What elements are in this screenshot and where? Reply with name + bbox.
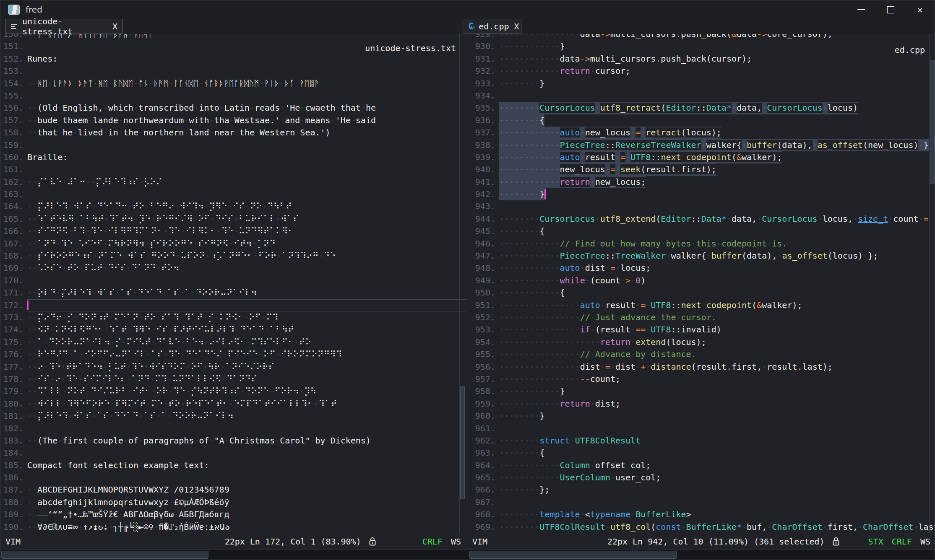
- line-number: 941.: [467, 176, 499, 188]
- close-icon: ✕: [917, 5, 922, 15]
- line-number: 961.: [467, 423, 499, 435]
- code-line-955: 955.················//·Advance·by·distan…: [467, 348, 935, 360]
- line-text: ········CursorLocus·utf8_extend(Editor::…: [499, 213, 929, 225]
- vertical-scrollbar-right[interactable]: [929, 34, 935, 533]
- code-line-170: 170.: [0, 275, 466, 287]
- line-number: 169.: [0, 262, 27, 274]
- line-text: ············auto·new_locus·=·retract(loc…: [499, 127, 721, 139]
- lock-button[interactable]: [368, 537, 377, 547]
- horizontal-scrollbar-thumb-right[interactable]: [469, 551, 677, 559]
- line-number: 189.: [0, 508, 27, 521]
- line-text: ············new_locus·=·seek(result.firs…: [499, 163, 716, 176]
- line-number: 932.: [467, 65, 499, 77]
- code-line-157: 157.··bude·thaem·lande·northweardum·with…: [0, 114, 466, 127]
- code-line-177: 177.··⠔·⠹⠑·⠞⠗⠁⠙⠑⠲·⡃⠥⠞·⠹⠑·⠺⠊⠎⠙⠕⠍·⠕⠋·⠳⠗·⠁⠝…: [0, 361, 466, 373]
- code-line-944: 944.········CursorLocus·utf8_extend(Edit…: [467, 213, 935, 225]
- code-line-951: 951.················auto·result·=·UTF8::…: [467, 299, 935, 311]
- line-number: 152.: [0, 53, 27, 65]
- line-text: ················//·Advance·by·distance.: [499, 348, 696, 360]
- whitespace-indicator: WS: [920, 537, 930, 547]
- line-text: ··ᚪ·ᚱᛚᚢ·/·ᚻᛏᛏᚫᚾᛖ·ᛒᚹᚻ·ᚾᛖᛋᚪ: [27, 34, 153, 40]
- code-line-935: 935.········CursorLocus·utf8_retract(Edi…: [467, 102, 935, 114]
- line-number: 166.: [0, 225, 27, 237]
- code-line-188: 188.··abcdefghijklmnopqrstuvwxyz·£©µÀÆÖÞ…: [0, 496, 466, 508]
- tab-close-icon[interactable]: X: [514, 21, 519, 31]
- code-line-952: 952.················//·Just·advance·the·…: [467, 311, 935, 324]
- line-text: Compact·font·selection·example·text:: [27, 459, 209, 472]
- code-line-940: 940.············new_locus·=·seek(result.…: [467, 163, 935, 176]
- code-line-165: 165.··⠱⠁⠞⠑⠧⠻·⠁⠃⠳⠞·⠹⠁⠞⠲·⡹⠑·⠗⠑⠛⠊⠌⠻·⠕⠋·⠙⠊⠎·…: [0, 213, 466, 225]
- editor-pane-left[interactable]: 150.··ᚪ·ᚱᛚᚢ·/·ᚻᛏᛏᚫᚾᛖ·ᛒᚹᚻ·ᚾᛖᛋᚪ151.152.Run…: [0, 34, 466, 533]
- code-line-959: 959.············return·dist;: [467, 398, 935, 410]
- line-number: 955.: [467, 348, 499, 360]
- line-text: ················auto·result·=·UTF8::next…: [499, 299, 802, 311]
- lock-icon: [368, 537, 377, 547]
- vertical-scrollbar-left[interactable]: [459, 34, 465, 533]
- line-number: 935.: [467, 102, 499, 114]
- line-number: 154.: [0, 78, 27, 90]
- code-line-163: 163.: [0, 188, 466, 200]
- code-line-168: 168.··⡎⠊⠗⠕⠕⠛⠑⠰⠎·⠝⠁⠍⠑·⠺⠁⠎·⠛⠕⠕⠙·⠥⠏⠕⠝·⠰⡡⠁⠝⠛…: [0, 250, 466, 262]
- status-bar-right: VIM 22px Ln 942, Col 10 (11.09%) (361 se…: [467, 533, 935, 550]
- line-number: 151.: [0, 40, 27, 52]
- line-number: 940.: [467, 163, 499, 176]
- tab-close-icon[interactable]: X: [112, 21, 117, 31]
- code-line-932: 932.············return·cursor;: [467, 65, 935, 77]
- code-line-949: 949.············while·(count·>·0): [467, 275, 935, 287]
- line-text: ··⠎⠊⠛⠝⠫·⠃⠹·⠹⠑·⠊⠇⠻⠛⠹⠍⠁⠝⠂·⠹⠑·⠊⠇⠻⠅⠂·⠹⠑·⠥⠝⠙⠻…: [27, 225, 294, 237]
- line-number: 170.: [0, 275, 27, 287]
- line-text: ········struct·UTF8ColResult: [499, 435, 641, 447]
- line-number: 931.: [467, 53, 499, 65]
- code-line-936: 936.········{: [467, 114, 935, 127]
- code-line-159: 159.: [0, 139, 466, 151]
- editor-pane-right[interactable]: 929.················data->multi_cursors.…: [467, 34, 935, 533]
- code-line-934: 934.: [467, 90, 935, 102]
- maximize-button[interactable]: [876, 0, 905, 19]
- code-line-175: 175.··⠁·⠙⠕⠕⠗⠤⠝⠁⠊⠇⠲·⡊·⠍⠊⠣⠞·⠙⠁⠧⠑·⠃⠑⠲·⠔⠊⠇⠔⠫…: [0, 336, 466, 348]
- tab-unicode-stress-txt[interactable]: unicode-stress.txt X: [5, 19, 123, 34]
- line-number: 167.: [0, 238, 27, 250]
- line-number: 965.: [467, 472, 499, 484]
- line-text: ··⠺⠊⠇⠇·⠹⠻⠑⠋⠕⠗⠑·⠏⠻⠍⠊⠞·⠍⠑·⠞⠕·⠗⠑⠏⠑⠁⠞⠂·⠑⠍⠏⠙⠁…: [27, 398, 337, 410]
- line-text: ··abcdefghijklmnopqrstuvwxyz·£©µÀÆÖÞßéöÿ: [27, 496, 229, 508]
- line-number: 168.: [0, 250, 27, 262]
- status-bar-left: VIM 22px Ln 172, Col 1 (83.90%) CRLF WS: [0, 533, 466, 550]
- line-text: ············Column·offset_col;: [499, 459, 651, 472]
- code-line-930: 930.············}: [467, 40, 935, 52]
- code-line-161: 161.: [0, 163, 466, 176]
- close-button[interactable]: ✕: [905, 0, 935, 19]
- code-line-174: 174.··⠪⠝·⠅⠝⠪⠇⠫⠛⠑⠂·⠱⠁⠞·⠹⠻⠑·⠊⠎·⠏⠜⠞⠊⠊⠥⠇⠜⠇⠹·…: [0, 324, 466, 336]
- line-number: 184.: [0, 447, 27, 459]
- code-line-937: 937.············auto·new_locus·=·retract…: [467, 127, 935, 139]
- line-number: 968.: [467, 508, 499, 521]
- code-line-943: 943.: [467, 200, 935, 213]
- line-number: 181.: [0, 410, 27, 422]
- line-number: 182.: [0, 423, 27, 435]
- tab-ed-cpp[interactable]: C++ ed.cpp X: [463, 19, 521, 34]
- code-line-946: 946.············//·Find·out·how·many·byt…: [467, 238, 935, 250]
- editor-window: fred ✕ unicode-stress.txt X C++ ed.cpp X…: [0, 0, 935, 560]
- line-text: ··⠔·⠹⠑·⠞⠗⠁⠙⠑⠲·⡃⠥⠞·⠹⠑·⠺⠊⠎⠙⠕⠍·⠕⠋·⠳⠗·⠁⠝⠊⠑⠌⠕…: [27, 361, 274, 373]
- line-text: ··that·he·lived·in·the·northern·land·nea…: [27, 127, 331, 139]
- horizontal-scrollbar-strip[interactable]: [0, 550, 935, 560]
- whitespace-indicator: WS: [451, 537, 461, 547]
- code-line-166: 166.··⠎⠊⠛⠝⠫·⠃⠹·⠹⠑·⠊⠇⠻⠛⠹⠍⠁⠝⠂·⠹⠑·⠊⠇⠻⠅⠂·⠹⠑·…: [0, 225, 466, 237]
- line-number: 183.: [0, 435, 27, 447]
- vertical-scrollbar-thumb[interactable]: [930, 60, 935, 184]
- line-text: ··⠪⠝·⠅⠝⠪⠇⠫⠛⠑⠂·⠱⠁⠞·⠹⠻⠑·⠊⠎·⠏⠜⠞⠊⠊⠥⠇⠜⠇⠹·⠙⠑⠁⠙…: [27, 324, 294, 336]
- lock-button[interactable]: [831, 537, 841, 547]
- horizontal-scrollbar-thumb-left[interactable]: [1, 551, 208, 559]
- minimize-button[interactable]: [846, 0, 876, 19]
- line-number: 969.: [467, 521, 499, 533]
- code-line-964: 964.············Column·offset_col;: [467, 459, 935, 472]
- code-line-942: 942.········}: [467, 188, 935, 200]
- line-number: 964.: [467, 459, 499, 472]
- line-number: 190.: [0, 521, 27, 533]
- line-number: 966.: [467, 484, 499, 496]
- line-text: ············{: [499, 287, 565, 299]
- line-number: 937.: [467, 127, 499, 139]
- line-number: 946.: [467, 238, 499, 250]
- code-line-969: 969.········UTF8ColResult·utf8_col(const…: [467, 521, 935, 533]
- code-line-181: 181.··⡍⠜⠇⠑⠹·⠺⠁⠎·⠁⠎·⠙⠑⠁⠙·⠁⠎·⠁·⠙⠕⠕⠗⠤⠝⠁⠊⠇⠲: [0, 410, 466, 422]
- vertical-scrollbar-thumb[interactable]: [460, 386, 465, 499]
